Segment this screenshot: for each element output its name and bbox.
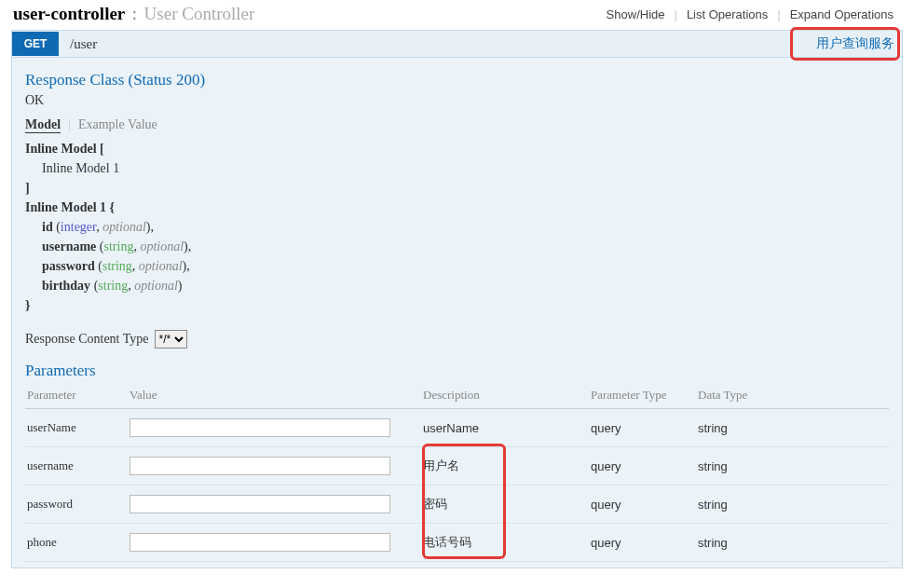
param-value-input[interactable] <box>130 457 390 475</box>
controller-title-group[interactable]: user-controller : User Controller <box>13 4 254 24</box>
param-dtype: string <box>696 524 889 562</box>
field-birthday: birthday (string, optional) <box>25 276 889 295</box>
field-username: username (string, optional), <box>25 237 889 256</box>
model-schema: Inline Model [ Inline Model 1 ] Inline M… <box>25 139 889 315</box>
inline-model-ref: Inline Model 1 <box>25 158 889 178</box>
table-row: username 用户名 query string <box>25 447 889 485</box>
inline-model-open: Inline Model [ <box>25 142 104 156</box>
show-hide-link[interactable]: Show/Hide <box>597 7 675 21</box>
param-value-input[interactable] <box>130 495 390 513</box>
param-type: query <box>589 447 696 485</box>
response-content-type-label: Response Content Type <box>25 332 149 347</box>
th-data-type: Data Type <box>696 384 889 409</box>
field-password: password (string, optional), <box>25 256 889 276</box>
th-description: Description <box>421 384 589 409</box>
table-row: userName userName query string <box>25 409 889 447</box>
param-name: phone <box>25 524 128 562</box>
inline-model1-open: Inline Model 1 { <box>25 200 115 214</box>
http-method-badge: GET <box>12 32 59 56</box>
param-type: query <box>589 524 696 562</box>
controller-description: User Controller <box>144 4 255 23</box>
response-content-type-row: Response Content Type */* <box>25 330 889 349</box>
header-links: Show/Hide | List Operations | Expand Ope… <box>597 7 903 21</box>
param-dtype: string <box>696 447 889 485</box>
controller-name: user-controller <box>13 4 125 23</box>
param-value-input[interactable] <box>130 533 390 552</box>
param-desc: 电话号码 <box>421 524 589 562</box>
tab-example-value[interactable]: Example Value <box>78 117 157 133</box>
controller-separator: : <box>132 4 137 23</box>
response-ok: OK <box>25 93 889 108</box>
param-name: password <box>25 485 128 524</box>
table-row: phone 电话号码 query string <box>25 524 889 562</box>
param-name: username <box>25 447 128 485</box>
param-dtype: string <box>696 409 889 447</box>
response-class-title: Response Class (Status 200) <box>25 71 889 89</box>
parameters-table: Parameter Value Description Parameter Ty… <box>25 384 889 562</box>
param-type: query <box>589 409 696 447</box>
controller-header: user-controller : User Controller Show/H… <box>0 0 914 30</box>
tab-model[interactable]: Model <box>25 117 61 133</box>
response-content-type-select[interactable]: */* <box>155 330 187 349</box>
param-desc: 密码 <box>421 485 589 524</box>
param-desc: userName <box>421 409 589 447</box>
param-desc: 用户名 <box>421 447 589 485</box>
param-name: userName <box>25 409 128 447</box>
model-close: } <box>25 298 31 312</box>
operation-content: Response Class (Status 200) OK Model | E… <box>11 58 903 568</box>
list-operations-link[interactable]: List Operations <box>677 7 777 21</box>
tab-sep: | <box>68 117 71 133</box>
parameters-title: Parameters <box>25 362 889 380</box>
param-dtype: string <box>696 485 889 524</box>
param-value-input[interactable] <box>130 418 390 437</box>
param-type: query <box>589 485 696 524</box>
table-row: password 密码 query string <box>25 485 889 524</box>
model-tabs: Model | Example Value <box>25 117 889 133</box>
field-id: id (integer, optional), <box>25 217 889 237</box>
th-parameter: Parameter <box>25 384 128 409</box>
expand-operations-link[interactable]: Expand Operations <box>781 7 903 21</box>
operation-bar[interactable]: GET /user 用户查询服务 <box>11 30 903 58</box>
operation-summary: 用户查询服务 <box>809 35 902 52</box>
inline-model-close: ] <box>25 181 30 195</box>
operation-path: /user <box>59 36 97 52</box>
th-value: Value <box>128 384 421 409</box>
th-param-type: Parameter Type <box>589 384 696 409</box>
